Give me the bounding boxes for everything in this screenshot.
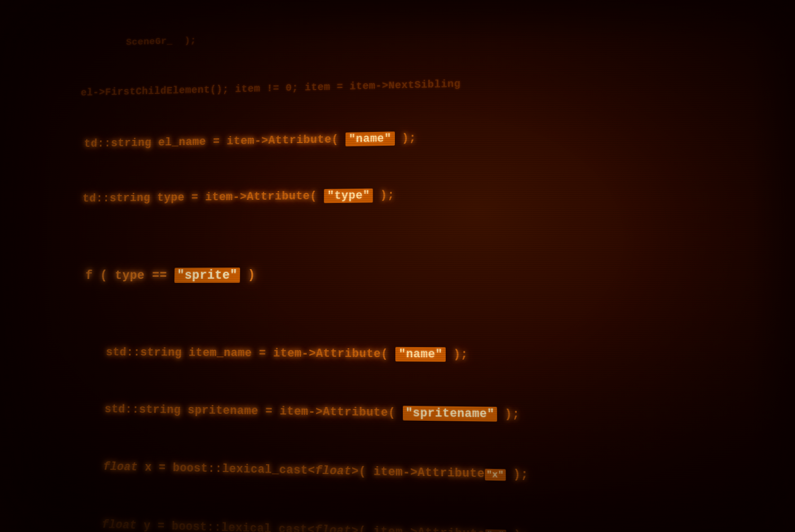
string-highlight-spritename: "spritename" [403, 406, 497, 422]
string-highlight-type: "type" [324, 189, 373, 203]
string-highlight-sprite: "sprite" [174, 268, 240, 283]
string-highlight-name2: "name" [395, 347, 446, 362]
code-line-8: std::string item_name = item->Attribute(… [24, 325, 795, 388]
code-container: SceneGr_ ); el->FirstChildElement(); ite… [10, 0, 795, 532]
code-block: SceneGr_ ); el->FirstChildElement(); ite… [0, 0, 795, 532]
string-highlight-y: "y" [485, 529, 506, 532]
code-line-7 [25, 306, 795, 327]
code-screen: SceneGr_ ); el->FirstChildElement(); ite… [0, 0, 795, 532]
code-line-6: f ( type == "sprite" ) [26, 241, 795, 307]
code-line-4: td::string type = item->Attribute( "type… [29, 161, 795, 227]
string-highlight-x: "x" [484, 469, 506, 481]
string-highlight-name: "name" [346, 132, 395, 147]
